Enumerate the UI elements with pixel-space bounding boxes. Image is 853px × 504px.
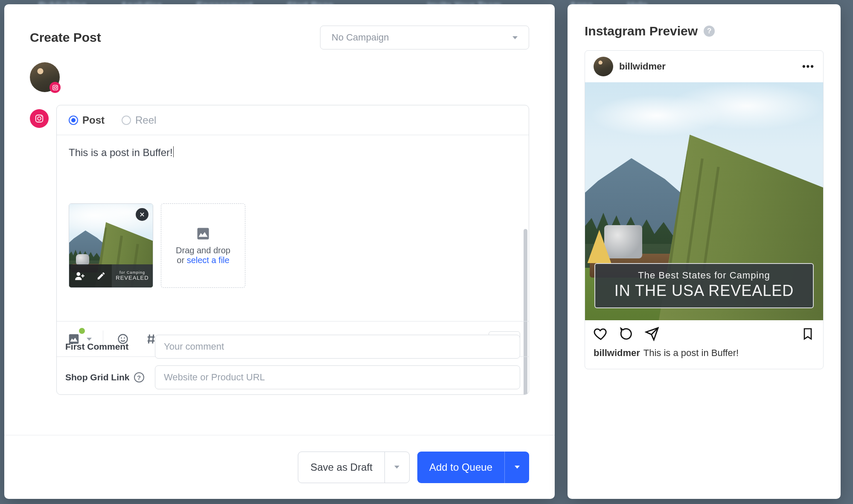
dropzone-text: Drag and drop or select a file — [176, 246, 230, 265]
preview-username: billwidmer — [619, 61, 666, 72]
preview-image: The Best States for Camping IN THE USA R… — [585, 82, 823, 320]
instagram-card: billwidmer ••• The Best States for Campi… — [585, 50, 824, 369]
channel-instagram-icon[interactable] — [30, 109, 49, 128]
create-post-panel: Create Post No Campaign — [4, 4, 555, 499]
instagram-preview-panel: Instagram Preview ? billwidmer ••• — [568, 4, 841, 499]
remove-image-button[interactable] — [136, 208, 148, 221]
preview-title: Instagram Preview ? — [585, 24, 824, 38]
account-avatar[interactable] — [30, 62, 60, 92]
page-title: Create Post — [30, 30, 101, 45]
campaign-select[interactable]: No Campaign — [320, 26, 529, 49]
svg-point-2 — [56, 86, 57, 87]
help-icon[interactable]: ? — [134, 372, 144, 382]
post-type-tabs: Post Reel — [57, 105, 529, 135]
svg-point-1 — [54, 86, 56, 88]
chevron-down-icon — [512, 36, 518, 39]
svg-point-4 — [38, 117, 41, 120]
help-icon[interactable]: ? — [704, 26, 715, 37]
tab-reel[interactable]: Reel — [122, 114, 156, 126]
add-media-dropzone[interactable]: Drag and drop or select a file — [161, 203, 245, 288]
svg-rect-8 — [82, 274, 83, 278]
image-overlay-text: The Best States for Camping IN THE USA R… — [594, 263, 813, 308]
tag-people-button[interactable] — [69, 264, 90, 287]
comment-icon[interactable] — [619, 327, 634, 341]
first-comment-label: First Comment — [65, 342, 146, 352]
more-options-button[interactable]: ••• — [802, 61, 815, 72]
attached-image-thumb[interactable]: for Camping REVEALED — [69, 203, 153, 288]
save-draft-button[interactable]: Save as Draft — [298, 452, 409, 483]
chevron-down-icon — [394, 466, 399, 469]
text-cursor — [173, 146, 174, 157]
post-text-input[interactable]: This is a post in Buffer! — [57, 135, 529, 203]
save-draft-dropdown[interactable] — [384, 452, 409, 483]
add-to-queue-button[interactable]: Add to Queue — [417, 452, 529, 483]
add-to-queue-dropdown[interactable] — [504, 452, 529, 483]
select-file-link[interactable]: select a file — [187, 255, 230, 265]
radio-selected-icon — [69, 116, 78, 125]
shop-grid-input[interactable] — [155, 365, 520, 389]
composer-footer: Save as Draft Add to Queue — [4, 435, 555, 499]
shop-grid-label: Shop Grid Link ? — [65, 372, 146, 382]
tab-post[interactable]: Post — [69, 114, 105, 126]
preview-action-bar — [585, 320, 823, 348]
share-icon[interactable] — [645, 327, 659, 341]
preview-caption: billwidmerThis is a post in Buffer! — [585, 348, 823, 369]
svg-point-5 — [41, 116, 42, 117]
edit-image-button[interactable] — [90, 264, 112, 287]
first-comment-input[interactable] — [155, 335, 520, 359]
first-comment-row: First Comment — [65, 335, 520, 359]
thumb-overlay-text: for Camping REVEALED — [112, 264, 153, 287]
compose-card: Post Reel This is a post in Buffer! — [56, 105, 529, 395]
bookmark-icon[interactable] — [801, 327, 815, 341]
svg-point-6 — [76, 272, 80, 276]
campaign-select-value: No Campaign — [332, 32, 389, 43]
radio-unselected-icon — [122, 116, 131, 125]
preview-avatar — [594, 57, 613, 76]
image-icon — [195, 226, 211, 241]
shop-grid-row: Shop Grid Link ? — [65, 365, 520, 389]
instagram-badge-icon — [49, 82, 61, 93]
chevron-down-icon — [515, 466, 520, 469]
heart-icon[interactable] — [594, 327, 608, 341]
